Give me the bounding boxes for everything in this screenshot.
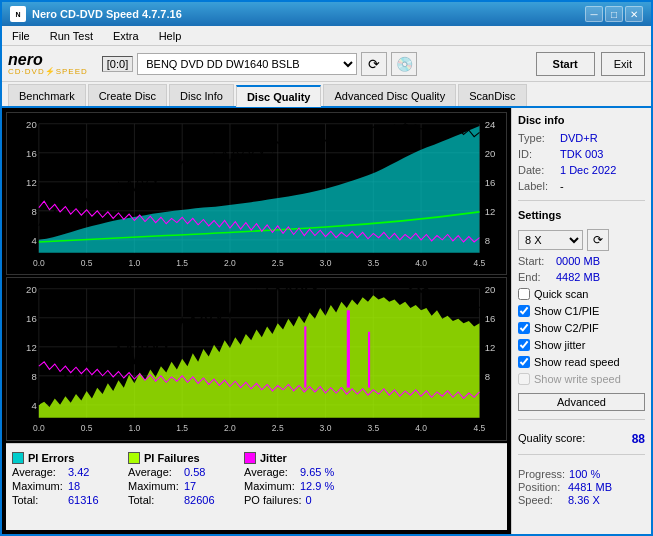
exit-button[interactable]: Exit — [601, 52, 645, 76]
menu-help[interactable]: Help — [153, 28, 188, 44]
svg-text:20: 20 — [26, 284, 37, 295]
pi-errors-max-label: Maximum: — [12, 480, 64, 492]
menu-run-test[interactable]: Run Test — [44, 28, 99, 44]
tab-create-disc[interactable]: Create Disc — [88, 84, 167, 106]
position-value: 4481 MB — [568, 481, 612, 493]
main-window: N Nero CD-DVD Speed 4.7.7.16 ─ □ ✕ File … — [0, 0, 653, 536]
pi-errors-max-value: 18 — [68, 480, 108, 492]
svg-text:12: 12 — [26, 177, 37, 188]
start-mb-row: Start: 0000 MB — [518, 255, 645, 267]
svg-text:12: 12 — [485, 342, 496, 353]
title-bar-title: N Nero CD-DVD Speed 4.7.7.16 — [10, 6, 182, 22]
show-jitter-row: Show jitter — [518, 339, 645, 351]
speed-row: 8 X ⟳ — [518, 229, 645, 251]
svg-rect-53 — [304, 327, 306, 388]
disc-label-label: Label: — [518, 180, 556, 192]
jitter-max-value: 12.9 % — [300, 480, 340, 492]
main-area: 20 16 12 8 4 24 20 16 12 8 0.0 0.5 1.0 1… — [2, 108, 651, 534]
disc-info-title: Disc info — [518, 114, 645, 126]
pi-failures-total-row: Total: 82606 — [128, 494, 224, 506]
svg-rect-54 — [368, 332, 370, 388]
speed-refresh-button[interactable]: ⟳ — [587, 229, 609, 251]
pi-errors-header: PI Errors — [12, 452, 108, 464]
pi-failures-total-value: 82606 — [184, 494, 224, 506]
pi-failures-max-label: Maximum: — [128, 480, 180, 492]
pi-errors-avg-row: Average: 3.42 — [12, 466, 108, 478]
toolbar: nero CD·DVD⚡SPEED [0:0] BENQ DVD DD DW16… — [2, 46, 651, 82]
advanced-button[interactable]: Advanced — [518, 393, 645, 411]
tab-disc-info[interactable]: Disc Info — [169, 84, 234, 106]
quality-score-value: 88 — [632, 432, 645, 446]
menu-extra[interactable]: Extra — [107, 28, 145, 44]
quick-scan-checkbox[interactable] — [518, 288, 530, 300]
start-button[interactable]: Start — [536, 52, 595, 76]
refresh-drive-button[interactable]: ⟳ — [361, 52, 387, 76]
svg-text:3.0: 3.0 — [320, 423, 332, 433]
nero-logo-text: nero — [8, 52, 43, 68]
disc-id-value: TDK 003 — [560, 148, 603, 160]
speed-row-progress: Speed: 8.36 X — [518, 494, 645, 506]
app-icon: N — [10, 6, 26, 22]
jitter-avg-label: Average: — [244, 466, 296, 478]
show-c2pif-checkbox[interactable] — [518, 322, 530, 334]
svg-text:12: 12 — [485, 206, 496, 217]
tab-scan-disc[interactable]: ScanDisc — [458, 84, 526, 106]
pi-failures-avg-value: 0.58 — [184, 466, 224, 478]
svg-text:2.0: 2.0 — [224, 258, 236, 268]
window-title: Nero CD-DVD Speed 4.7.7.16 — [32, 8, 182, 20]
svg-text:0.5: 0.5 — [81, 258, 93, 268]
show-c2pif-row: Show C2/PIF — [518, 322, 645, 334]
show-read-speed-row: Show read speed — [518, 356, 645, 368]
svg-text:3.5: 3.5 — [367, 258, 379, 268]
jitter-max-row: Maximum: 12.9 % — [244, 480, 345, 492]
chart-pif-svg: 20 16 12 8 4 20 16 12 8 0.0 0.5 1.0 1.5 … — [7, 278, 506, 439]
disc-label-row: Label: - — [518, 180, 645, 192]
show-c1pie-label: Show C1/PIE — [534, 305, 599, 317]
speed-dropdown[interactable]: 8 X — [518, 230, 583, 250]
menu-file[interactable]: File — [6, 28, 36, 44]
pi-errors-group: PI Errors Average: 3.42 Maximum: 18 Tota… — [12, 452, 108, 506]
chart-pie: 20 16 12 8 4 24 20 16 12 8 0.0 0.5 1.0 1… — [6, 112, 507, 275]
disc-label-value: - — [560, 180, 564, 192]
jitter-po-row: PO failures: 0 — [244, 494, 345, 506]
close-window-button[interactable]: ✕ — [625, 6, 643, 22]
jitter-po-value: 0 — [305, 494, 345, 506]
progress-label: Progress: — [518, 468, 565, 480]
svg-text:0.0: 0.0 — [33, 423, 45, 433]
speed-label: Speed: — [518, 494, 564, 506]
jitter-po-label: PO failures: — [244, 494, 301, 506]
show-jitter-label: Show jitter — [534, 339, 585, 351]
quick-scan-row: Quick scan — [518, 288, 645, 300]
svg-text:8: 8 — [485, 371, 490, 382]
minimize-button[interactable]: ─ — [585, 6, 603, 22]
show-write-speed-checkbox[interactable] — [518, 373, 530, 385]
chart-pie-svg: 20 16 12 8 4 24 20 16 12 8 0.0 0.5 1.0 1… — [7, 113, 506, 274]
disc-date-value: 1 Dec 2022 — [560, 164, 616, 176]
progress-section: Progress: 100 % Position: 4481 MB Speed:… — [518, 467, 645, 506]
tab-advanced-disc-quality[interactable]: Advanced Disc Quality — [323, 84, 456, 106]
svg-text:4: 4 — [31, 235, 37, 246]
eject-button[interactable]: 💿 — [391, 52, 417, 76]
divider1 — [518, 200, 645, 201]
tab-disc-quality[interactable]: Disc Quality — [236, 85, 322, 107]
start-mb-label: Start: — [518, 255, 552, 267]
show-jitter-checkbox[interactable] — [518, 339, 530, 351]
pi-errors-total-label: Total: — [12, 494, 64, 506]
disc-id-label: ID: — [518, 148, 556, 160]
pi-errors-avg-value: 3.42 — [68, 466, 108, 478]
tab-benchmark[interactable]: Benchmark — [8, 84, 86, 106]
svg-text:20: 20 — [26, 119, 37, 130]
drive-dropdown[interactable]: BENQ DVD DD DW1640 BSLB — [137, 53, 357, 75]
show-read-speed-checkbox[interactable] — [518, 356, 530, 368]
maximize-button[interactable]: □ — [605, 6, 623, 22]
jitter-group: Jitter Average: 9.65 % Maximum: 12.9 % P… — [244, 452, 345, 506]
stats-row: PI Errors Average: 3.42 Maximum: 18 Tota… — [12, 452, 501, 506]
pi-failures-header: PI Failures — [128, 452, 224, 464]
disc-type-value: DVD+R — [560, 132, 598, 144]
drive-address: [0:0] — [102, 56, 133, 72]
jitter-label: Jitter — [260, 452, 287, 464]
show-c1pie-checkbox[interactable] — [518, 305, 530, 317]
svg-text:16: 16 — [26, 313, 37, 324]
disc-type-row: Type: DVD+R — [518, 132, 645, 144]
end-mb-row: End: 4482 MB — [518, 271, 645, 283]
